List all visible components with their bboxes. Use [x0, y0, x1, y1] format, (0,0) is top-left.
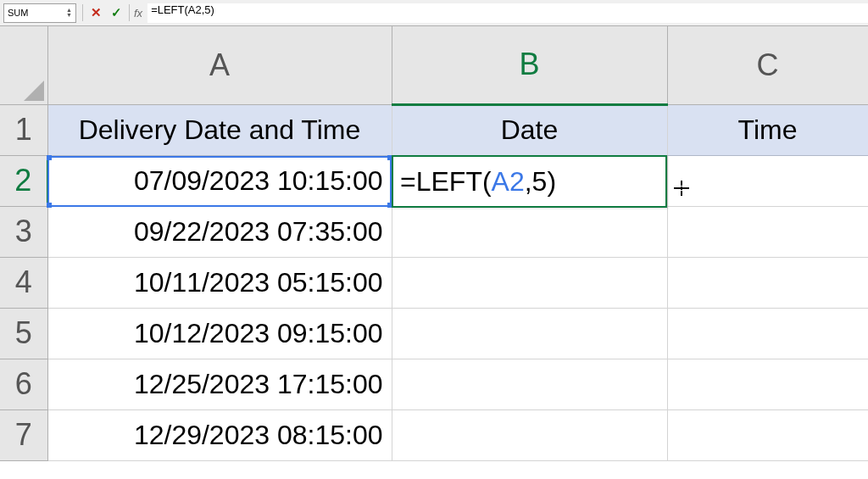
cell-c3[interactable]	[667, 206, 868, 257]
cell-a4[interactable]: 10/11/2023 05:15:00	[47, 257, 392, 308]
divider	[129, 4, 130, 21]
cell-c2[interactable]	[667, 155, 868, 206]
column-header-c[interactable]: C	[667, 26, 868, 104]
spreadsheet-grid: A B C 1 Delivery Date and Time Date Time…	[0, 26, 868, 479]
name-box[interactable]: SUM ▲▼	[3, 3, 76, 23]
column-header-a[interactable]: A	[47, 26, 392, 104]
row-header-6[interactable]: 6	[0, 359, 47, 409]
cell-b4[interactable]	[392, 257, 667, 308]
cell-b5[interactable]	[392, 308, 667, 359]
formula-input[interactable]: =LEFT(A2,5)	[147, 3, 868, 23]
row-header-2[interactable]: 2	[0, 155, 47, 206]
cell-c1[interactable]: Time	[667, 104, 868, 155]
cell-b2-editing[interactable]: =LEFT(A2,5)	[392, 155, 667, 208]
cell-a2[interactable]: 07/09/2023 10:15:00	[47, 155, 392, 206]
row-header-7[interactable]: 7	[0, 409, 47, 460]
cell-b7[interactable]	[392, 409, 667, 460]
cell-a7[interactable]: 12/29/2023 08:15:00	[47, 409, 392, 460]
formula-bar: SUM ▲▼ ✕ ✓ fx =LEFT(A2,5)	[0, 0, 868, 26]
select-all-corner[interactable]	[0, 26, 47, 104]
formula-in-cell: =LEFT(A2,5)	[400, 166, 556, 198]
cell-c6[interactable]	[667, 359, 868, 409]
cell-b1[interactable]: Date	[392, 104, 667, 155]
cancel-button[interactable]: ✕	[86, 3, 106, 23]
cell-a5[interactable]: 10/12/2023 09:15:00	[47, 308, 392, 359]
name-box-text: SUM	[8, 8, 28, 18]
fx-icon[interactable]: fx	[134, 7, 142, 19]
cell-a6[interactable]: 12/25/2023 17:15:00	[47, 359, 392, 409]
cell-b3[interactable]	[392, 206, 667, 257]
confirm-button[interactable]: ✓	[106, 3, 126, 23]
cell-b6[interactable]	[392, 359, 667, 409]
row-header-5[interactable]: 5	[0, 308, 47, 359]
cell-c5[interactable]	[667, 308, 868, 359]
row-header-3[interactable]: 3	[0, 206, 47, 257]
cell-a1[interactable]: Delivery Date and Time	[47, 104, 392, 155]
cell-a3[interactable]: 09/22/2023 07:35:00	[47, 206, 392, 257]
column-header-b[interactable]: B	[392, 26, 667, 104]
row-header-4[interactable]: 4	[0, 257, 47, 308]
cell-c4[interactable]	[667, 257, 868, 308]
name-box-dropdown-icon[interactable]: ▲▼	[66, 8, 72, 18]
row-header-1[interactable]: 1	[0, 104, 47, 155]
cell-c7[interactable]	[667, 409, 868, 460]
divider	[82, 4, 83, 21]
